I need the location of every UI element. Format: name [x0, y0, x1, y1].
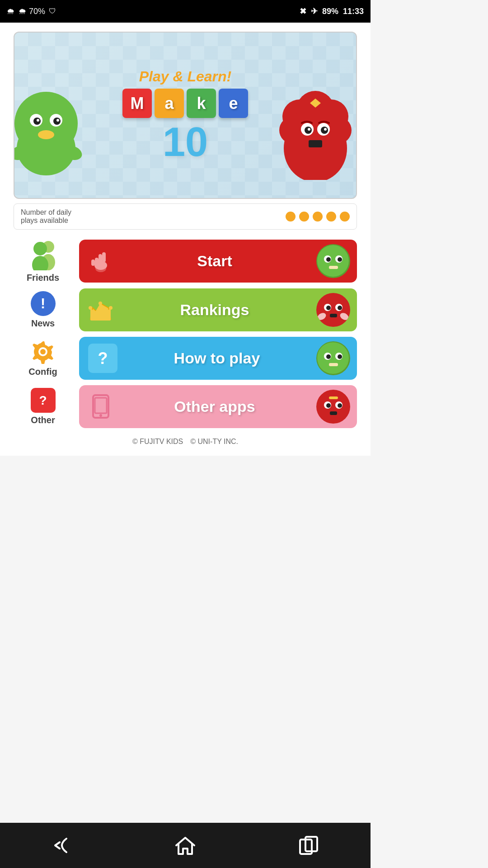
dot-4	[326, 212, 336, 222]
svg-point-40	[326, 257, 331, 262]
news-icon: !	[31, 291, 56, 316]
svg-point-1	[14, 92, 78, 155]
svg-point-77	[326, 403, 331, 408]
airplane-icon: ✈	[311, 6, 318, 16]
dot-1	[286, 212, 296, 222]
green-character	[14, 85, 91, 175]
svg-point-61	[40, 349, 46, 354]
how-label: How to play	[117, 349, 316, 367]
main-content: Play & Learn! M a k e 10	[0, 23, 371, 456]
dot-2	[299, 212, 309, 222]
status-left: 🌧 🌧 70% 🛡	[7, 7, 56, 16]
svg-point-26	[313, 101, 318, 105]
svg-rect-44	[90, 318, 111, 321]
svg-rect-25	[309, 140, 322, 147]
svg-rect-33	[102, 252, 106, 262]
weather-text: 🌧 70%	[19, 7, 45, 16]
start-char-icon	[316, 244, 350, 278]
game-banner: Play & Learn! M a k e 10	[14, 32, 357, 199]
home-button[interactable]	[174, 834, 197, 857]
status-bar: 🌧 🌧 70% 🛡 ✖ ✈ 89% 11:33	[0, 0, 371, 23]
play-dots	[286, 212, 350, 222]
block-e: e	[219, 89, 248, 118]
mcafee-icon: 🛡	[49, 7, 56, 15]
dot-3	[313, 212, 323, 222]
svg-point-37	[317, 245, 349, 277]
cross-icon: ✖	[300, 6, 306, 16]
start-label: Start	[113, 252, 316, 270]
howtoplay-row: Config ? How to play	[14, 337, 357, 380]
start-row: Friends Start	[14, 239, 357, 283]
other-apps-label: Other apps	[113, 398, 316, 415]
svg-point-24	[324, 128, 327, 131]
how-question-icon: ?	[88, 344, 117, 373]
svg-point-18	[291, 110, 340, 160]
svg-point-36	[94, 261, 107, 270]
menu-grid: Friends Start	[14, 239, 357, 428]
bottom-nav-bar	[0, 823, 371, 868]
recents-button[interactable]	[297, 834, 320, 857]
other-section: ? Other	[14, 388, 72, 425]
daily-text: Number of dailyplays available	[21, 208, 71, 225]
svg-point-7	[56, 119, 59, 122]
svg-point-11	[38, 130, 54, 139]
other-question-icon: ?	[31, 388, 56, 413]
news-section: ! News	[14, 291, 72, 329]
svg-rect-35	[91, 259, 95, 266]
svg-rect-80	[329, 396, 338, 399]
svg-rect-42	[329, 266, 338, 269]
red-character	[279, 90, 357, 180]
config-section: Config	[14, 340, 72, 377]
how-to-play-button[interactable]: ? How to play	[79, 337, 357, 380]
svg-point-78	[338, 403, 342, 408]
rankings-button[interactable]: Rankings	[79, 288, 357, 331]
svg-rect-79	[330, 411, 337, 415]
svg-point-66	[338, 354, 342, 359]
other-char-icon	[316, 390, 350, 424]
config-label: Config	[28, 367, 57, 377]
banner-subtitle: Play & Learn!	[122, 68, 248, 85]
svg-point-45	[89, 306, 92, 310]
rankings-row: ! News Rankings	[14, 288, 357, 331]
svg-point-41	[338, 257, 342, 262]
status-right: ✖ ✈ 89% 11:33	[300, 6, 364, 16]
svg-point-47	[109, 306, 113, 310]
other-phone-icon	[88, 394, 113, 419]
block-a: a	[155, 89, 184, 118]
otherapps-row: ? Other Other apps	[14, 385, 357, 428]
friends-icon	[29, 239, 56, 270]
start-button[interactable]: Start	[79, 240, 357, 283]
start-hand-icon	[88, 250, 113, 272]
rankings-crown-icon	[88, 299, 113, 321]
other-apps-button[interactable]: Other apps	[79, 385, 357, 428]
svg-point-54	[326, 306, 331, 310]
banner-blocks: M a k e	[122, 89, 248, 118]
time-text: 11:33	[343, 7, 364, 16]
copyright-text: © FUJITV KIDS © UNI-TY INC.	[132, 438, 238, 445]
back-button[interactable]	[51, 834, 73, 857]
other-label: Other	[31, 415, 55, 425]
svg-point-55	[338, 306, 342, 310]
svg-rect-67	[329, 363, 338, 366]
svg-point-65	[326, 354, 331, 359]
friends-section: Friends	[14, 239, 72, 283]
dot-5	[340, 212, 350, 222]
friends-label: Friends	[27, 273, 59, 283]
rankings-char-icon	[316, 293, 350, 327]
daily-info-bar: Number of dailyplays available	[14, 203, 357, 230]
svg-point-6	[37, 119, 39, 122]
config-gear-icon	[31, 340, 56, 364]
rankings-label: Rankings	[113, 301, 316, 319]
svg-rect-69	[95, 398, 107, 413]
banner-content: Play & Learn! M a k e 10	[122, 68, 248, 162]
svg-point-46	[99, 302, 102, 305]
svg-point-62	[317, 342, 349, 374]
footer: © FUJITV KIDS © UNI-TY INC.	[14, 437, 357, 447]
block-k: k	[187, 89, 216, 118]
svg-point-29	[33, 242, 47, 255]
news-label: News	[31, 318, 55, 329]
weather-icon: 🌧	[7, 7, 15, 16]
battery-text: 89%	[322, 7, 338, 16]
banner-number: 10	[122, 122, 248, 162]
svg-point-23	[308, 128, 310, 131]
